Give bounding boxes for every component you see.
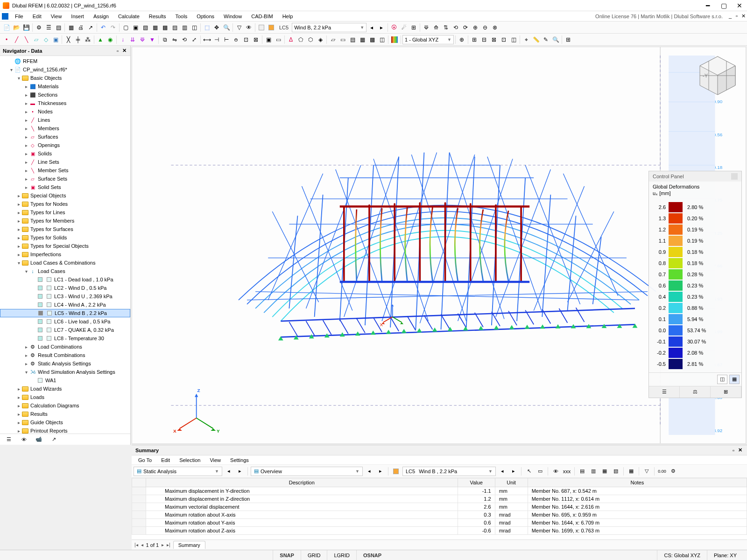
close-button[interactable]: ✕ xyxy=(735,2,744,9)
lc-next-button[interactable]: ▸ xyxy=(377,23,386,32)
wire-button[interactable]: ▤ xyxy=(348,35,357,44)
tree-basic-10[interactable]: ▸╲Member Sets xyxy=(0,166,130,175)
nav-views-button[interactable]: 📹 xyxy=(34,435,44,444)
tree-basic-12[interactable]: ▸▣Solid Sets xyxy=(0,183,130,191)
support-button[interactable]: ▲ xyxy=(96,35,105,44)
table-row[interactable]: Maximum vectorial displacement2.6mmMembe… xyxy=(132,503,747,511)
ortho-button[interactable]: ▭ xyxy=(338,35,347,44)
status-plane[interactable]: Plane: XY xyxy=(707,550,743,560)
navigator-tree[interactable]: 🌐RFEM▾📄CP_wind_1256.rf6*▾Basic Objects▸🟦… xyxy=(0,56,130,434)
tree-lc-3[interactable]: LC4 - Wind A , 2.2 kPa xyxy=(0,301,130,309)
move-button[interactable]: ✥ xyxy=(212,23,221,32)
close-icon[interactable]: ✕ xyxy=(121,48,127,54)
menu-cadbim[interactable]: CAD-BIM xyxy=(247,14,277,19)
res-7-button[interactable]: ⟲ xyxy=(451,23,460,32)
table-row[interactable]: Maximum rotation about X-axis0.3mradMemb… xyxy=(132,511,747,519)
grid-3-button[interactable]: ⊠ xyxy=(489,35,499,44)
copy-button[interactable]: ⧉ xyxy=(160,35,169,44)
display-3-button[interactable]: ▧ xyxy=(141,23,150,32)
set-1-button[interactable]: ╳ xyxy=(63,35,73,44)
menu-results[interactable]: Results xyxy=(144,14,171,19)
nav-display-button[interactable]: 👁 xyxy=(19,435,29,444)
search-button[interactable]: 🔍 xyxy=(551,35,560,44)
status-cs[interactable]: CS: Global XYZ xyxy=(657,550,707,560)
nav-results-button[interactable]: ↗ xyxy=(49,435,59,444)
snap-button[interactable]: ⌖ xyxy=(521,35,531,44)
display-1-button[interactable]: ▢ xyxy=(121,23,130,32)
render-button[interactable]: ▩ xyxy=(367,35,377,44)
tbl-4-button[interactable]: ▧ xyxy=(611,467,620,476)
tree-types-5[interactable]: ▸Types for Solids xyxy=(0,233,130,242)
table-row[interactable]: Maximum displacement in Z-direction1.2mm… xyxy=(132,495,747,503)
status-snap[interactable]: SNAP xyxy=(273,550,301,560)
menu-options[interactable]: Options xyxy=(192,14,219,19)
tree-lc-4[interactable]: LC5 - Wind B , 2.2 kPa xyxy=(0,309,130,317)
summary-lc-next-button[interactable]: ▸ xyxy=(509,467,518,476)
display-7-button[interactable]: ▥ xyxy=(180,23,189,32)
pin-icon[interactable]: ▫ xyxy=(730,448,737,453)
filter-button[interactable]: ▽ xyxy=(642,467,651,476)
dim-1-button[interactable]: ⟷ xyxy=(202,35,211,44)
view-front-button[interactable]: ▭ xyxy=(274,35,283,44)
ucs-button[interactable]: ⊕ xyxy=(457,35,466,44)
coord-system-combo[interactable]: 1 - Global XYZ ▼ xyxy=(402,35,454,44)
tree-basic-9[interactable]: ▸╱Line Sets xyxy=(0,158,130,166)
tree-basic-11[interactable]: ▸▱Surface Sets xyxy=(0,175,130,183)
dim-3-button[interactable]: ⊢ xyxy=(222,35,231,44)
cp-tab-scale[interactable]: ⚖ xyxy=(680,386,711,398)
res-9-button[interactable]: ⊕ xyxy=(471,23,480,32)
cp-tab-settings[interactable]: ⊞ xyxy=(711,386,741,398)
menu-view[interactable]: View xyxy=(46,14,67,19)
display-5-button[interactable]: ▩ xyxy=(160,23,169,32)
manage-button[interactable]: ☰ xyxy=(44,23,53,32)
opening-button[interactable]: ◇ xyxy=(41,35,50,44)
tree-basic-2[interactable]: ▸▬Thicknesses xyxy=(0,99,130,107)
tree-tail-0[interactable]: ▸Load Wizards xyxy=(0,385,130,393)
summary-menu-goto[interactable]: Go To xyxy=(134,457,156,463)
summary-menu-selection[interactable]: Selection xyxy=(175,457,205,463)
col-description[interactable]: Description xyxy=(146,478,458,487)
status-grid[interactable]: GRID xyxy=(301,550,327,560)
display-6-button[interactable]: ▤ xyxy=(170,23,179,32)
tree-wind-sim[interactable]: ▾🌬Wind Simulation Analysis Settings xyxy=(0,368,130,376)
select-button[interactable]: ▭ xyxy=(536,467,545,476)
dim-6-button[interactable]: ⊠ xyxy=(251,35,261,44)
tree-root[interactable]: 🌐RFEM xyxy=(0,57,130,65)
units-button[interactable]: 0.00 xyxy=(657,467,667,476)
print-button[interactable]: 🖨 xyxy=(76,23,85,32)
table-button[interactable]: ▦ xyxy=(66,23,76,32)
solid-button[interactable]: ▣ xyxy=(51,35,60,44)
menu-edit[interactable]: Edit xyxy=(28,14,46,19)
menu-tools[interactable]: Tools xyxy=(170,14,192,19)
res-3-button[interactable]: ⊞ xyxy=(409,23,418,32)
tree-lc-5[interactable]: LC6 - Live load , 0.5 kPa xyxy=(0,317,130,326)
summary-lc-prev-button[interactable]: ◂ xyxy=(498,467,507,476)
tree-lc-1[interactable]: LC2 - Wind D , 0.5 kPa xyxy=(0,284,130,292)
nav-cube[interactable]: -Y xyxy=(694,52,741,98)
shade-button[interactable]: ▦ xyxy=(358,35,367,44)
dim-2-button[interactable]: ⊣ xyxy=(212,35,221,44)
pin-icon[interactable]: ▫ xyxy=(114,48,121,54)
res-11-button[interactable]: ⊗ xyxy=(490,23,500,32)
label-button[interactable]: xxx xyxy=(562,467,571,476)
tbl-3-button[interactable]: ▦ xyxy=(600,467,609,476)
display-8-button[interactable]: ◫ xyxy=(190,23,199,32)
measure-button[interactable]: 📏 xyxy=(531,35,541,44)
summary-menu-edit[interactable]: Edit xyxy=(156,457,175,463)
grid-4-button[interactable]: ⊡ xyxy=(499,35,508,44)
visibility-button[interactable]: 👁 xyxy=(244,23,254,32)
tree-basic-5[interactable]: ▸╲Members xyxy=(0,124,130,133)
res-6-button[interactable]: ⇅ xyxy=(441,23,451,32)
menu-insert[interactable]: Insert xyxy=(66,14,89,19)
result-prev-button[interactable]: ◂ xyxy=(365,467,374,476)
mirror-button[interactable]: ⇋ xyxy=(170,35,179,44)
grid-5-button[interactable]: ◫ xyxy=(509,35,518,44)
hinge-button[interactable]: ◉ xyxy=(106,35,115,44)
col-unit[interactable]: Unit xyxy=(495,478,528,487)
cp-tab-list[interactable]: ☰ xyxy=(649,386,680,398)
scale-button[interactable]: ⤢ xyxy=(190,35,199,44)
tree-tail-2[interactable]: ▸Calculation Diagrams xyxy=(0,401,130,410)
set-2-button[interactable]: ╪ xyxy=(73,35,83,44)
summary-tab[interactable]: Summary xyxy=(173,541,205,549)
col-notes[interactable]: Notes xyxy=(528,478,747,487)
